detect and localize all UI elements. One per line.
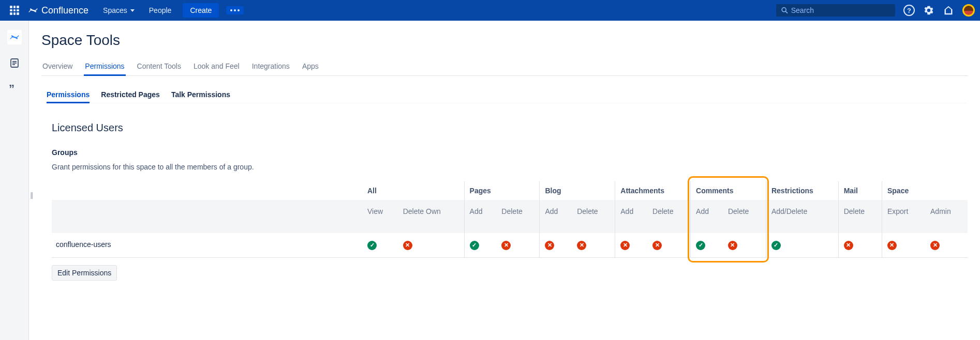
sub-tabs: PermissionsRestricted PagesTalk Permissi… (47, 87, 968, 103)
perm-denied-icon: ✕ (887, 241, 897, 250)
section-heading: Licensed Users (52, 122, 968, 134)
perm-action-header: Admin (925, 200, 968, 233)
perm-denied-icon: ✕ (545, 241, 554, 250)
ellipsis-icon (230, 9, 240, 11)
tab-content-tools[interactable]: Content Tools (136, 58, 182, 76)
perm-denied-icon: ✕ (577, 241, 586, 250)
perm-denied-icon: ✕ (620, 241, 630, 250)
svg-point-2 (237, 9, 240, 11)
tab-overview[interactable]: Overview (41, 58, 73, 76)
help-icon[interactable]: ? (903, 5, 915, 16)
svg-text:?: ? (907, 7, 911, 14)
perm-group-header: Restrictions (766, 181, 838, 200)
section-desc: Grant permissions for this space to all … (52, 163, 968, 171)
perm-granted-icon: ✓ (367, 241, 377, 250)
perm-group-header: Attachments (615, 181, 691, 200)
perm-denied-icon: ✕ (844, 241, 853, 250)
permissions-table-wrapper: AllPagesBlogAttachmentsCommentsRestricti… (52, 181, 968, 258)
confluence-mark-icon (28, 5, 38, 16)
perm-granted-icon: ✓ (470, 241, 479, 250)
settings-gear-icon[interactable] (923, 5, 934, 16)
main-tabs: OverviewPermissionsContent ToolsLook and… (41, 58, 968, 76)
tab-permissions[interactable]: Permissions (84, 58, 125, 76)
perm-group-header: Mail (838, 181, 882, 200)
main-content: Space Tools OverviewPermissionsContent T… (29, 21, 980, 340)
sidebar-pages-icon[interactable] (7, 56, 22, 70)
search-input[interactable] (791, 6, 890, 14)
perm-action-header: View (362, 200, 398, 233)
tab-look-and-feel[interactable]: Look and Feel (192, 58, 241, 76)
search-icon (781, 7, 788, 14)
perm-denied-icon: ✕ (652, 241, 662, 250)
perm-action-header: Delete (838, 200, 882, 233)
confluence-logo[interactable]: Confluence (28, 5, 88, 16)
more-button[interactable] (226, 6, 244, 14)
perm-granted-icon: ✓ (696, 241, 705, 250)
user-avatar[interactable] (962, 4, 975, 17)
perm-action-header: Delete Own (398, 200, 464, 233)
tab-integrations[interactable]: Integrations (251, 58, 291, 76)
svg-point-3 (782, 8, 786, 12)
tab-apps[interactable]: Apps (301, 58, 320, 76)
product-name: Confluence (41, 5, 88, 16)
perm-action-header: Add/Delete (766, 200, 838, 233)
perm-action-header: Delete (496, 200, 540, 233)
perm-denied-icon: ✕ (728, 241, 737, 250)
table-row: confluence-users✓✕✓✕✕✕✕✕✓✕✓✕✕✕ (52, 233, 968, 257)
perm-group-header: All (362, 181, 464, 200)
left-sidebar: ” (0, 21, 29, 340)
perm-group-header: Pages (464, 181, 540, 200)
perm-action-header: Add (615, 200, 647, 233)
perm-action-header: Export (882, 200, 925, 233)
search-box[interactable] (776, 4, 895, 17)
subtab-permissions[interactable]: Permissions (47, 87, 90, 103)
section-label: Groups (52, 148, 968, 157)
perm-group-header: Blog (540, 181, 615, 200)
page-title: Space Tools (41, 32, 968, 49)
svg-point-1 (234, 9, 236, 11)
sidebar-space-icon[interactable] (7, 30, 22, 44)
group-name-cell: confluence-users (52, 233, 362, 257)
perm-granted-icon: ✓ (771, 241, 781, 250)
perm-action-header: Add (464, 200, 496, 233)
sidebar-blog-icon[interactable]: ” (7, 82, 22, 96)
notifications-icon[interactable] (943, 5, 954, 16)
svg-point-0 (230, 9, 232, 11)
subtab-talk-permissions[interactable]: Talk Permissions (171, 87, 230, 103)
create-button[interactable]: Create (183, 3, 219, 18)
perm-denied-icon: ✕ (403, 241, 412, 250)
edit-permissions-button[interactable]: Edit Permissions (52, 265, 117, 281)
subtab-restricted-pages[interactable]: Restricted Pages (101, 87, 160, 103)
perm-action-header: Delete (723, 200, 766, 233)
permissions-table: AllPagesBlogAttachmentsCommentsRestricti… (52, 181, 968, 258)
apps-switcher-icon[interactable] (8, 4, 21, 17)
perm-group-header: Space (882, 181, 968, 200)
svg-line-4 (785, 11, 788, 13)
perm-action-header: Delete (647, 200, 691, 233)
nav-spaces[interactable]: Spaces (98, 3, 140, 18)
perm-group-header: Comments (691, 181, 766, 200)
perm-action-header: Add (540, 200, 572, 233)
perm-action-header: Delete (572, 200, 615, 233)
top-header: Confluence Spaces People Create ? (0, 0, 980, 21)
perm-action-header: Add (691, 200, 723, 233)
perm-denied-icon: ✕ (930, 241, 940, 250)
chevron-down-icon (130, 9, 135, 12)
svg-text:”: ” (9, 84, 14, 94)
perm-denied-icon: ✕ (501, 241, 511, 250)
nav-people[interactable]: People (144, 3, 177, 18)
